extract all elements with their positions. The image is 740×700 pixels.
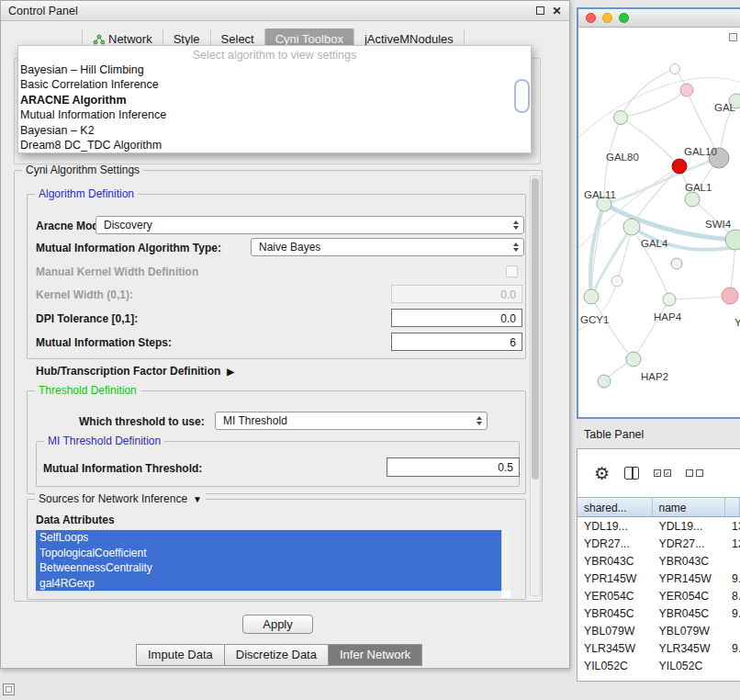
dpi-tolerance-label: DPI Tolerance [0,1]:: [36, 312, 138, 325]
network-node[interactable]: [722, 288, 738, 304]
minimize-traffic-light-icon[interactable]: [602, 13, 612, 23]
select-all-checks-icon[interactable]: ✓✓: [654, 469, 671, 477]
table-row[interactable]: YBL079W YBL079W: [577, 622, 740, 639]
mi-steps-field[interactable]: 6: [391, 333, 522, 351]
algorithm-option[interactable]: Dream8 DC_TDC Algorithm: [18, 138, 531, 152]
collapsed-panel-icon[interactable]: [3, 683, 15, 695]
settings-group-title: Cyni Algorithm Settings: [22, 164, 143, 176]
network-node[interactable]: [663, 293, 676, 306]
spinner-arrows-icon: [513, 220, 519, 230]
algorithm-option[interactable]: Mutual Information Inference: [18, 107, 531, 122]
table-row[interactable]: YIL052C YIL052C: [577, 657, 740, 674]
table-row[interactable]: YDR27... YDR27... 12: [577, 535, 740, 552]
network-node[interactable]: [598, 375, 611, 388]
dpi-tolerance-field[interactable]: 0.0: [391, 309, 522, 327]
network-graph: GAL80 GAL10 GAL11 GAL1 SWI4 GAL4 GCY1 HA…: [578, 28, 740, 419]
network-node[interactable]: [626, 352, 641, 367]
network-window-titlebar: [578, 9, 740, 28]
window-title: Control Panel: [8, 5, 78, 17]
algorithm-option[interactable]: Bayesian – Hill Climbing: [18, 62, 531, 77]
network-icon: [93, 34, 105, 45]
mi-threshold-field[interactable]: 0.5: [387, 457, 520, 477]
column-header-shared-name[interactable]: shared...: [577, 498, 653, 516]
mi-algorithm-type-select[interactable]: Naive Bayes: [251, 238, 524, 256]
table-row[interactable]: YBR045C YBR045C 9.: [577, 604, 740, 622]
gear-icon[interactable]: ⚙: [594, 465, 610, 482]
data-attributes-label: Data Attributes: [36, 514, 115, 526]
table-row[interactable]: YDL19... YDL19... 13: [577, 517, 740, 535]
attribute-list-vscrollbar[interactable]: [501, 530, 510, 591]
attribute-item-selected[interactable]: SelfLoops: [36, 530, 501, 546]
node-label: SWI4: [705, 219, 732, 230]
tab-cyni-toolbox-label: Cyni Toolbox: [275, 32, 343, 46]
node-label: GAL11: [584, 189, 616, 200]
threshold-definition-title: Threshold Definition: [35, 384, 140, 397]
spinner-arrows-icon: [513, 243, 519, 252]
algorithm-option[interactable]: Bayesian – K2: [18, 123, 531, 138]
network-node[interactable]: [680, 84, 693, 96]
mi-threshold-label: Mutual Information Threshold:: [43, 462, 202, 475]
node-label: GAL10: [684, 146, 717, 157]
table-row[interactable]: YLR345W YLR345W 9.: [577, 639, 740, 657]
mi-algorithm-type-value: Naive Bayes: [259, 241, 320, 254]
tab-network-label: Network: [108, 32, 152, 46]
mi-steps-label: Mutual Information Steps:: [36, 336, 172, 349]
network-node-labels: GAL80 GAL10 GAL11 GAL1 SWI4 GAL4 GCY1 HA…: [580, 102, 740, 382]
algorithm-option[interactable]: Basic Correlation Inference: [18, 77, 531, 92]
table-row[interactable]: YER054C YER054C 8.: [577, 587, 740, 604]
algorithm-popup-placeholder: Select algorithm to view settings: [18, 48, 531, 62]
mi-threshold-group-title: MI Threshold Definition: [44, 435, 164, 447]
network-canvas: GAL80 GAL10 GAL11 GAL1 SWI4 GAL4 GCY1 HA…: [578, 28, 740, 417]
bottom-tabs: Impute Data Discretize Data Infer Networ…: [137, 644, 422, 666]
chevron-right-icon: ▶: [227, 367, 234, 377]
settings-scrollbar[interactable]: [530, 175, 541, 596]
node-label: GAL1: [685, 182, 712, 193]
network-node[interactable]: [611, 276, 622, 287]
zoom-traffic-light-icon[interactable]: [619, 13, 629, 23]
columns-icon[interactable]: [624, 467, 639, 480]
network-node[interactable]: [623, 219, 640, 235]
deselect-all-checks-icon[interactable]: [686, 469, 703, 477]
hub-transcription-label: Hub/Transcription Factor Definition: [36, 365, 220, 378]
which-threshold-select[interactable]: MI Threshold: [215, 412, 488, 430]
table-row[interactable]: YPR145W YPR145W 9.: [577, 570, 740, 587]
kernel-width-label: Kernel Width (0,1):: [36, 288, 133, 301]
manual-kernel-width-label: Manual Kernel Width Definition: [36, 265, 198, 278]
network-node[interactable]: [614, 111, 628, 125]
network-node[interactable]: [671, 258, 682, 269]
network-node[interactable]: [584, 289, 599, 304]
aracne-mode-value: Discovery: [104, 219, 152, 231]
network-node[interactable]: [670, 64, 680, 74]
attribute-list-hscrollbar[interactable]: [36, 591, 501, 598]
algorithm-option-selected[interactable]: ARACNE Algorithm: [18, 93, 531, 107]
table-row[interactable]: YBR043C YBR043C: [577, 552, 740, 570]
close-traffic-light-icon[interactable]: [586, 13, 596, 23]
sources-group-title: Sources for Network Inference: [39, 492, 187, 505]
attribute-item-selected[interactable]: TopologicalCoefficient: [36, 546, 501, 561]
spinner-arrows-icon: [477, 416, 482, 425]
hub-transcription-expander[interactable]: Hub/Transcription Factor Definition ▶: [36, 365, 234, 378]
aracne-mode-select[interactable]: Discovery: [95, 216, 524, 234]
control-panel-titlebar: Control Panel ✕: [1, 1, 569, 21]
birdseye-view-icon[interactable]: [729, 33, 737, 41]
table-body: YDL19... YDL19... 13 YDR27... YDR27... 1…: [577, 517, 740, 681]
tab-infer-network[interactable]: Infer Network: [328, 644, 422, 666]
tab-discretize-data[interactable]: Discretize Data: [224, 644, 329, 666]
settings-scrollbar-thumb[interactable]: [532, 178, 539, 480]
algorithm-definition-title: Algorithm Definition: [35, 187, 138, 200]
attribute-item-selected[interactable]: BetweennessCentrality: [36, 560, 501, 576]
close-icon[interactable]: ✕: [552, 6, 562, 16]
column-header-partial[interactable]: [725, 498, 740, 516]
float-window-icon[interactable]: [536, 6, 544, 15]
node-label: HAP4: [654, 311, 682, 322]
tab-jactivemnodules-label: jActiveMNodules: [364, 32, 454, 46]
network-node[interactable]: [685, 192, 700, 207]
sources-group-header[interactable]: Sources for Network Inference ▼: [35, 492, 206, 505]
attribute-item-selected[interactable]: gal4RGexp: [36, 576, 501, 592]
apply-button[interactable]: Apply: [242, 615, 313, 634]
network-node[interactable]: [672, 159, 687, 174]
tab-impute-data[interactable]: Impute Data: [136, 644, 225, 666]
table-toolbar: ⚙ ✓✓: [577, 449, 740, 497]
which-threshold-value: MI Threshold: [223, 414, 287, 427]
column-header-name[interactable]: name: [653, 498, 726, 516]
